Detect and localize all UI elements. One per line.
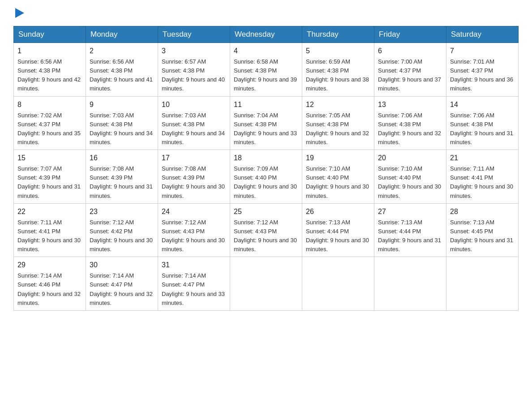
day-number: 25: [234, 206, 298, 217]
day-number: 12: [306, 99, 370, 110]
calendar-cell: 24Sunrise: 7:12 AMSunset: 4:43 PMDayligh…: [158, 203, 230, 257]
calendar-cell: 12Sunrise: 7:05 AMSunset: 4:38 PMDayligh…: [302, 96, 374, 150]
day-info: Sunrise: 7:13 AMSunset: 4:44 PMDaylight:…: [378, 218, 442, 254]
calendar-cell: 30Sunrise: 7:14 AMSunset: 4:47 PMDayligh…: [86, 257, 158, 311]
day-info: Sunrise: 7:12 AMSunset: 4:43 PMDaylight:…: [162, 218, 226, 254]
calendar-week-row: 1Sunrise: 6:56 AMSunset: 4:38 PMDaylight…: [14, 43, 519, 97]
day-info: Sunrise: 7:09 AMSunset: 4:40 PMDaylight:…: [234, 164, 298, 201]
day-number: 2: [90, 46, 154, 56]
day-info: Sunrise: 7:05 AMSunset: 4:38 PMDaylight:…: [306, 111, 370, 147]
day-number: 18: [234, 153, 298, 163]
day-info: Sunrise: 7:07 AMSunset: 4:39 PMDaylight:…: [17, 164, 82, 201]
column-header-wednesday: Wednesday: [230, 26, 302, 43]
day-number: 28: [450, 206, 515, 217]
day-number: 24: [162, 206, 226, 217]
calendar-cell: 20Sunrise: 7:10 AMSunset: 4:40 PMDayligh…: [374, 150, 446, 204]
day-info: Sunrise: 7:10 AMSunset: 4:40 PMDaylight:…: [378, 164, 442, 201]
calendar-cell: 22Sunrise: 7:11 AMSunset: 4:41 PMDayligh…: [14, 203, 86, 257]
day-number: 16: [90, 153, 154, 163]
calendar-cell: 29Sunrise: 7:14 AMSunset: 4:46 PMDayligh…: [14, 257, 86, 311]
day-number: 23: [90, 206, 154, 217]
day-info: Sunrise: 6:56 AMSunset: 4:38 PMDaylight:…: [90, 57, 154, 94]
day-number: 20: [378, 153, 442, 163]
day-number: 15: [17, 153, 82, 163]
calendar-cell: [302, 257, 374, 311]
day-number: 29: [17, 260, 82, 270]
day-info: Sunrise: 7:12 AMSunset: 4:42 PMDaylight:…: [90, 218, 154, 254]
day-number: 7: [450, 46, 515, 56]
day-info: Sunrise: 7:00 AMSunset: 4:37 PMDaylight:…: [378, 57, 442, 94]
calendar-cell: 21Sunrise: 7:11 AMSunset: 4:41 PMDayligh…: [446, 150, 519, 204]
day-info: Sunrise: 7:12 AMSunset: 4:43 PMDaylight:…: [234, 218, 298, 254]
logo-triangle-icon: [14, 8, 24, 18]
calendar-cell: 13Sunrise: 7:06 AMSunset: 4:38 PMDayligh…: [374, 96, 446, 150]
page-header: [13, 9, 519, 18]
column-header-saturday: Saturday: [446, 26, 519, 43]
calendar-week-row: 15Sunrise: 7:07 AMSunset: 4:39 PMDayligh…: [14, 150, 519, 204]
day-info: Sunrise: 6:57 AMSunset: 4:38 PMDaylight:…: [162, 57, 226, 94]
day-info: Sunrise: 7:03 AMSunset: 4:38 PMDaylight:…: [90, 111, 154, 147]
calendar-cell: 26Sunrise: 7:13 AMSunset: 4:44 PMDayligh…: [302, 203, 374, 257]
day-info: Sunrise: 7:10 AMSunset: 4:40 PMDaylight:…: [306, 164, 370, 201]
calendar-table: SundayMondayTuesdayWednesdayThursdayFrid…: [13, 26, 519, 311]
calendar-cell: 14Sunrise: 7:06 AMSunset: 4:38 PMDayligh…: [446, 96, 519, 150]
calendar-cell: 4Sunrise: 6:58 AMSunset: 4:38 PMDaylight…: [230, 43, 302, 97]
calendar-cell: [446, 257, 519, 311]
day-info: Sunrise: 7:01 AMSunset: 4:37 PMDaylight:…: [450, 57, 515, 94]
calendar-header-row: SundayMondayTuesdayWednesdayThursdayFrid…: [14, 26, 519, 43]
day-number: 5: [306, 46, 370, 56]
calendar-cell: 31Sunrise: 7:14 AMSunset: 4:47 PMDayligh…: [158, 257, 230, 311]
calendar-cell: 1Sunrise: 6:56 AMSunset: 4:38 PMDaylight…: [14, 43, 86, 97]
calendar-week-row: 22Sunrise: 7:11 AMSunset: 4:41 PMDayligh…: [14, 203, 519, 257]
day-info: Sunrise: 7:08 AMSunset: 4:39 PMDaylight:…: [90, 164, 154, 201]
calendar-cell: 28Sunrise: 7:13 AMSunset: 4:45 PMDayligh…: [446, 203, 519, 257]
day-info: Sunrise: 7:04 AMSunset: 4:38 PMDaylight:…: [234, 111, 298, 147]
day-number: 17: [162, 153, 226, 163]
calendar-cell: 27Sunrise: 7:13 AMSunset: 4:44 PMDayligh…: [374, 203, 446, 257]
calendar-cell: 11Sunrise: 7:04 AMSunset: 4:38 PMDayligh…: [230, 96, 302, 150]
day-number: 31: [162, 260, 226, 270]
day-info: Sunrise: 6:56 AMSunset: 4:38 PMDaylight:…: [17, 57, 82, 94]
calendar-cell: 23Sunrise: 7:12 AMSunset: 4:42 PMDayligh…: [86, 203, 158, 257]
calendar-week-row: 8Sunrise: 7:02 AMSunset: 4:37 PMDaylight…: [14, 96, 519, 150]
day-number: 21: [450, 153, 515, 163]
day-info: Sunrise: 7:11 AMSunset: 4:41 PMDaylight:…: [450, 164, 515, 201]
day-number: 19: [306, 153, 370, 163]
day-number: 3: [162, 46, 226, 56]
calendar-cell: 16Sunrise: 7:08 AMSunset: 4:39 PMDayligh…: [86, 150, 158, 204]
column-header-thursday: Thursday: [302, 26, 374, 43]
day-info: Sunrise: 6:58 AMSunset: 4:38 PMDaylight:…: [234, 57, 298, 94]
day-number: 26: [306, 206, 370, 217]
day-number: 30: [90, 260, 154, 270]
calendar-cell: 17Sunrise: 7:08 AMSunset: 4:39 PMDayligh…: [158, 150, 230, 204]
calendar-week-row: 29Sunrise: 7:14 AMSunset: 4:46 PMDayligh…: [14, 257, 519, 311]
day-info: Sunrise: 7:03 AMSunset: 4:38 PMDaylight:…: [162, 111, 226, 147]
day-info: Sunrise: 7:06 AMSunset: 4:38 PMDaylight:…: [378, 111, 442, 147]
calendar-cell: 15Sunrise: 7:07 AMSunset: 4:39 PMDayligh…: [14, 150, 86, 204]
day-number: 27: [378, 206, 442, 217]
day-info: Sunrise: 7:13 AMSunset: 4:44 PMDaylight:…: [306, 218, 370, 254]
logo: [13, 9, 24, 18]
calendar-cell: [230, 257, 302, 311]
calendar-cell: 7Sunrise: 7:01 AMSunset: 4:37 PMDaylight…: [446, 43, 519, 97]
column-header-sunday: Sunday: [14, 26, 86, 43]
day-info: Sunrise: 7:08 AMSunset: 4:39 PMDaylight:…: [162, 164, 226, 201]
day-number: 13: [378, 99, 442, 110]
calendar-cell: 2Sunrise: 6:56 AMSunset: 4:38 PMDaylight…: [86, 43, 158, 97]
day-info: Sunrise: 7:11 AMSunset: 4:41 PMDaylight:…: [17, 218, 82, 254]
calendar-cell: [374, 257, 446, 311]
calendar-cell: 8Sunrise: 7:02 AMSunset: 4:37 PMDaylight…: [14, 96, 86, 150]
day-number: 8: [17, 99, 82, 110]
day-info: Sunrise: 6:59 AMSunset: 4:38 PMDaylight:…: [306, 57, 370, 94]
calendar-cell: 19Sunrise: 7:10 AMSunset: 4:40 PMDayligh…: [302, 150, 374, 204]
svg-marker-0: [15, 8, 24, 18]
calendar-cell: 3Sunrise: 6:57 AMSunset: 4:38 PMDaylight…: [158, 43, 230, 97]
day-number: 4: [234, 46, 298, 56]
day-number: 14: [450, 99, 515, 110]
calendar-cell: 18Sunrise: 7:09 AMSunset: 4:40 PMDayligh…: [230, 150, 302, 204]
calendar-cell: 5Sunrise: 6:59 AMSunset: 4:38 PMDaylight…: [302, 43, 374, 97]
calendar-cell: 10Sunrise: 7:03 AMSunset: 4:38 PMDayligh…: [158, 96, 230, 150]
column-header-tuesday: Tuesday: [158, 26, 230, 43]
day-info: Sunrise: 7:14 AMSunset: 4:47 PMDaylight:…: [162, 271, 226, 308]
column-header-monday: Monday: [86, 26, 158, 43]
